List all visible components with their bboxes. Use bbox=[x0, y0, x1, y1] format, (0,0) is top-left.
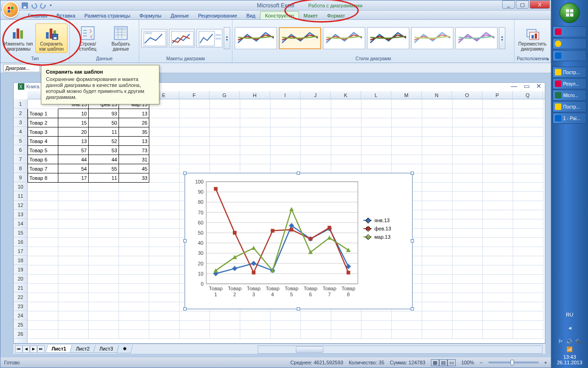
row-header[interactable]: 14 bbox=[14, 219, 27, 228]
tab-design[interactable]: Конструктор bbox=[260, 11, 299, 19]
row-header[interactable]: 12 bbox=[14, 201, 27, 210]
layouts-more-button[interactable]: ▲▼ bbox=[224, 27, 230, 49]
row-header[interactable]: 19 bbox=[14, 265, 27, 274]
save-icon[interactable] bbox=[22, 2, 28, 9]
tab-layout[interactable]: Макет bbox=[299, 12, 322, 19]
language-indicator[interactable]: RU bbox=[551, 312, 588, 317]
start-button[interactable] bbox=[560, 3, 580, 23]
cells[interactable]: янв.13фев.13мар.13Товар 1109313Товар 215… bbox=[28, 99, 545, 343]
row-header[interactable]: 17 bbox=[14, 247, 27, 256]
tab-data[interactable]: Данные bbox=[166, 12, 193, 19]
zoom-in-button[interactable]: + bbox=[544, 360, 547, 365]
row-header[interactable]: 6 bbox=[14, 145, 27, 155]
row-header[interactable]: 3 bbox=[14, 118, 27, 127]
quicklaunch-item[interactable] bbox=[553, 50, 587, 61]
view-buttons[interactable]: ▦▤▭ bbox=[431, 359, 456, 366]
move-chart-button[interactable]: Переместить диаграмму bbox=[516, 23, 548, 53]
save-as-template-button[interactable]: Сохранить как шаблон bbox=[35, 23, 68, 53]
column-header[interactable]: K bbox=[331, 91, 361, 99]
tab-view[interactable]: Вид bbox=[242, 12, 260, 19]
row-header[interactable]: 16 bbox=[14, 237, 27, 247]
chart-style-2[interactable] bbox=[279, 27, 321, 49]
column-header[interactable]: Q bbox=[513, 91, 543, 99]
column-header[interactable]: J bbox=[300, 91, 331, 99]
switch-row-column-button[interactable]: Строка/столбец bbox=[72, 23, 104, 53]
scrollbar-thumb[interactable] bbox=[296, 346, 323, 353]
row-header[interactable]: 2 bbox=[14, 109, 27, 118]
row-headers[interactable]: 1234567891011121314151617181920212223242… bbox=[14, 99, 28, 343]
sheet-tab-3[interactable]: Лист3 bbox=[93, 345, 119, 353]
row-header[interactable]: 18 bbox=[14, 256, 27, 265]
column-header[interactable]: G bbox=[209, 91, 240, 99]
sheet-nav-first[interactable]: ⏮ bbox=[15, 345, 23, 353]
tab-home[interactable]: Главная bbox=[23, 12, 52, 19]
quicklaunch-item[interactable] bbox=[553, 26, 587, 37]
sheet-nav-last[interactable]: ⏭ bbox=[37, 345, 45, 353]
row-header[interactable]: 15 bbox=[14, 228, 27, 237]
column-header[interactable]: F bbox=[179, 91, 209, 99]
chart-style-1[interactable] bbox=[235, 27, 277, 49]
row-header[interactable]: 1 bbox=[14, 99, 27, 109]
chart-legend[interactable]: янв.13фев.13мар.13 bbox=[363, 215, 407, 242]
wb-minimize-button[interactable]: ― bbox=[511, 82, 517, 90]
row-header[interactable]: 23 bbox=[14, 302, 27, 311]
tab-review[interactable]: Рецензирование bbox=[193, 12, 242, 19]
tray-time[interactable]: 13:43 bbox=[551, 354, 588, 360]
select-data-button[interactable]: Выбрать данные bbox=[105, 23, 137, 53]
taskbar-item[interactable]: Micro... bbox=[553, 90, 587, 101]
zoom-slider[interactable] bbox=[488, 362, 539, 363]
legend-item[interactable]: янв.13 bbox=[363, 218, 407, 223]
row-header[interactable]: 13 bbox=[14, 210, 27, 219]
row-header[interactable]: 24 bbox=[14, 311, 27, 320]
taskbar-item[interactable]: 1 - Pai... bbox=[553, 113, 587, 124]
chart-layout-2[interactable] bbox=[169, 29, 195, 47]
qat-dropdown-icon[interactable]: ▼ bbox=[49, 4, 52, 7]
row-header[interactable]: 10 bbox=[14, 182, 27, 191]
row-header[interactable]: 11 bbox=[14, 191, 27, 201]
column-header[interactable]: N bbox=[422, 91, 452, 99]
row-header[interactable]: 8 bbox=[14, 164, 27, 173]
tab-pagelayout[interactable]: Разметка страницы bbox=[80, 12, 135, 19]
row-header[interactable]: 21 bbox=[14, 283, 27, 293]
chart-style-6[interactable] bbox=[455, 27, 498, 49]
row-header[interactable]: 26 bbox=[14, 329, 27, 339]
row-header[interactable]: 20 bbox=[14, 274, 27, 283]
wb-close-button[interactable]: ✕ bbox=[536, 82, 542, 90]
row-header[interactable]: 4 bbox=[14, 127, 27, 136]
legend-item[interactable]: фев.13 bbox=[363, 226, 407, 231]
sheet-tab-2[interactable]: Лист2 bbox=[70, 345, 96, 353]
column-header[interactable]: P bbox=[482, 91, 513, 99]
tray-icon[interactable]: 🏳 bbox=[558, 339, 563, 345]
name-box[interactable] bbox=[3, 64, 40, 72]
sheet-nav-prev[interactable]: ◀ bbox=[23, 345, 30, 353]
legend-item[interactable]: мар.13 bbox=[363, 234, 407, 240]
close-button[interactable]: X bbox=[530, 0, 550, 9]
chart-layout-3[interactable] bbox=[197, 29, 222, 47]
column-header[interactable]: I bbox=[270, 91, 300, 99]
spreadsheet-grid[interactable]: ABCDEFGHIJKLMNOPQ 1234567891011121314151… bbox=[14, 91, 545, 343]
chart-style-5[interactable] bbox=[411, 27, 453, 49]
chart-style-3[interactable] bbox=[323, 27, 365, 49]
tab-insert[interactable]: Вставка bbox=[52, 12, 80, 19]
zoom-out-button[interactable]: − bbox=[480, 360, 482, 365]
column-header[interactable]: L bbox=[361, 91, 391, 99]
row-header[interactable]: 25 bbox=[14, 320, 27, 329]
chart-layout-1[interactable] bbox=[141, 29, 167, 47]
tab-formulas[interactable]: Формулы bbox=[135, 12, 166, 19]
minimize-button[interactable]: _ bbox=[502, 0, 515, 9]
row-header[interactable]: 9 bbox=[14, 173, 27, 182]
horizontal-scrollbar[interactable] bbox=[258, 345, 543, 354]
redo-icon[interactable] bbox=[40, 2, 46, 9]
column-header[interactable]: M bbox=[391, 91, 422, 99]
taskbar-item[interactable]: Постр... bbox=[553, 101, 587, 112]
tray-icon[interactable]: 🔊 bbox=[566, 339, 572, 345]
column-header[interactable]: H bbox=[240, 91, 270, 99]
maximize-button[interactable]: ▢ bbox=[516, 0, 529, 9]
row-header[interactable]: 5 bbox=[14, 136, 27, 145]
wb-restore-button[interactable]: ▭ bbox=[524, 82, 530, 90]
undo-icon[interactable] bbox=[31, 2, 37, 9]
tray-network-icon[interactable]: 📶 bbox=[566, 346, 573, 352]
quicklaunch-item[interactable] bbox=[553, 38, 587, 49]
ribbon-minimize-icon[interactable]: ▼ bbox=[546, 58, 550, 62]
tray-icon[interactable]: 🔌 bbox=[575, 339, 582, 345]
